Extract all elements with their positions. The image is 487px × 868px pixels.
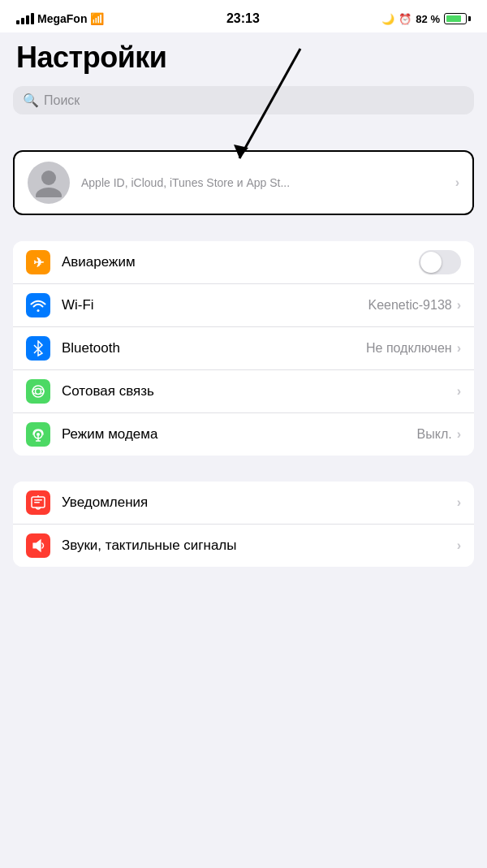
bluetooth-icon — [32, 340, 44, 356]
svg-rect-11 — [34, 502, 40, 503]
apple-id-text: Apple ID, iCloud, iTunes Store и App St.… — [81, 176, 455, 189]
settings-group-1: ✈ Авиарежим Wi-Fi Keenetic-9138 › — [13, 241, 474, 456]
time-display: 23:13 — [226, 11, 260, 26]
cellular-label: Сотовая связь — [62, 383, 457, 399]
sounds-icon-container — [26, 533, 50, 558]
avatar-icon — [36, 168, 62, 197]
carrier-label: MegaFon — [37, 12, 87, 25]
status-bar: MegaFon 📶 23:13 🌙 ⏰ 82 % — [0, 0, 487, 32]
wifi-chevron: › — [457, 298, 461, 313]
bluetooth-icon-container — [26, 336, 50, 361]
airplane-toggle[interactable] — [419, 250, 461, 274]
hotspot-label: Режим модема — [62, 426, 417, 443]
search-placeholder: Поиск — [44, 93, 80, 108]
avatar — [28, 162, 70, 204]
notifications-chevron: › — [457, 495, 461, 510]
hotspot-icon-container — [26, 422, 50, 447]
battery-percent: 82 % — [416, 13, 440, 25]
wifi-label: Wi-Fi — [62, 297, 368, 313]
signal-bars — [16, 13, 34, 24]
hotspot-chevron: › — [457, 427, 461, 442]
status-right: 🌙 ⏰ 82 % — [381, 13, 471, 25]
setting-sounds[interactable]: Звуки, тактильные сигналы › — [13, 525, 474, 567]
svg-rect-10 — [34, 499, 42, 501]
notifications-icon-container — [26, 490, 50, 515]
bluetooth-chevron: › — [457, 341, 461, 356]
cellular-chevron: › — [457, 384, 461, 399]
search-bar-container[interactable]: 🔍 Поиск — [0, 81, 487, 124]
airplane-label: Авиарежим — [62, 254, 419, 270]
airplane-icon-container: ✈ — [26, 250, 50, 274]
wifi-value: Keenetic-9138 — [368, 298, 451, 313]
svg-marker-12 — [33, 540, 41, 551]
hotspot-value: Выкл. — [417, 427, 452, 442]
airplane-icon: ✈ — [33, 255, 44, 270]
apple-id-subtitle: Apple ID, iCloud, iTunes Store и App St.… — [81, 176, 455, 189]
setting-cellular[interactable]: Сотовая связь › — [13, 370, 474, 413]
svg-point-4 — [32, 386, 44, 397]
alarm-icon: ⏰ — [399, 13, 412, 25]
setting-wifi[interactable]: Wi-Fi Keenetic-9138 › — [13, 284, 474, 327]
bluetooth-value: Не подключен — [366, 341, 452, 356]
search-icon: 🔍 — [23, 93, 39, 108]
setting-hotspot[interactable]: Режим модема Выкл. › — [13, 413, 474, 456]
notifications-label: Уведомления — [62, 494, 457, 511]
setting-notifications[interactable]: Уведомления › — [13, 482, 474, 525]
cellular-icon — [30, 383, 46, 399]
apple-id-row[interactable]: Apple ID, iCloud, iTunes Store и App St.… — [13, 150, 474, 215]
wifi-status-icon: 📶 — [90, 12, 104, 25]
svg-point-8 — [37, 433, 40, 436]
settings-group-2: Уведомления › Звуки, тактильные сигналы … — [13, 482, 474, 567]
svg-point-3 — [36, 188, 62, 197]
wifi-icon — [30, 299, 46, 312]
setting-airplane[interactable]: ✈ Авиарежим — [13, 241, 474, 284]
page-title: Настройки — [16, 41, 471, 75]
status-left: MegaFon 📶 — [16, 12, 104, 25]
svg-point-6 — [32, 389, 44, 395]
page-header: Настройки — [0, 32, 487, 81]
sounds-label: Звуки, тактильные сигналы — [62, 538, 457, 554]
battery-indicator — [444, 13, 471, 24]
notifications-icon — [31, 494, 45, 511]
sounds-icon — [30, 538, 46, 554]
cellular-icon-container — [26, 379, 50, 404]
bluetooth-label: Bluetooth — [62, 340, 366, 356]
chevron-icon: › — [455, 175, 459, 190]
search-input-wrapper[interactable]: 🔍 Поиск — [13, 86, 474, 114]
sounds-chevron: › — [457, 538, 461, 553]
wifi-icon-container — [26, 293, 50, 317]
svg-point-2 — [41, 171, 56, 185]
setting-bluetooth[interactable]: Bluetooth Не подключен › — [13, 327, 474, 370]
hotspot-icon — [30, 426, 46, 443]
svg-point-5 — [36, 389, 41, 395]
moon-icon: 🌙 — [381, 13, 394, 25]
